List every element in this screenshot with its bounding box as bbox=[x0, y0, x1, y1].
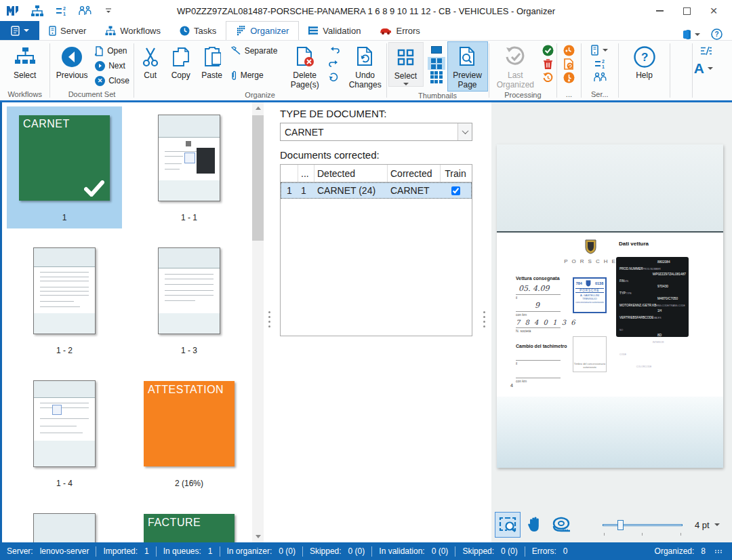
cut-button[interactable]: Cut bbox=[136, 42, 165, 81]
thumbnail-item[interactable]: CARNET 1 bbox=[7, 106, 122, 228]
preview-panel: PORSCHE Dati vettura PROD.NUMMERPROD.NUM… bbox=[491, 102, 732, 542]
slider-thumb[interactable] bbox=[617, 520, 624, 530]
ribbon-tab-strip: Server Workflows Tasks Organizer Validat… bbox=[0, 22, 732, 41]
table-row[interactable]: 1 1 CARNET (24) CARNET bbox=[281, 182, 472, 199]
copy-button[interactable]: Copy bbox=[165, 42, 197, 81]
server-icon-button[interactable] bbox=[586, 43, 613, 57]
maximize-button[interactable] bbox=[675, 2, 698, 20]
header-train[interactable]: Train bbox=[441, 165, 470, 182]
train-checkbox[interactable] bbox=[451, 186, 460, 195]
separate-button[interactable]: Separate bbox=[228, 43, 287, 58]
undo-changes-icon bbox=[356, 45, 375, 69]
scanned-page[interactable] bbox=[33, 247, 96, 334]
thumbnail-item[interactable]: 1 - 4 bbox=[7, 372, 122, 494]
scanned-page[interactable] bbox=[158, 247, 220, 334]
tab-organizer[interactable]: Organizer bbox=[226, 21, 299, 40]
document-card-attestation[interactable]: ATTESTATION bbox=[144, 381, 235, 466]
previous-button[interactable]: Previous bbox=[52, 42, 92, 81]
qat-customize-icon[interactable] bbox=[101, 3, 115, 18]
measure-tape-tool[interactable] bbox=[550, 513, 574, 537]
scroll-down-button[interactable] bbox=[252, 531, 264, 542]
last-organized-button[interactable]: Last Organized bbox=[490, 42, 540, 90]
sort-order-icon-button[interactable]: 21 bbox=[592, 57, 607, 71]
close-docset-button[interactable]: ✕ Close bbox=[92, 73, 132, 88]
file-menu-button[interactable] bbox=[0, 21, 39, 40]
thumb-size-large-button[interactable] bbox=[428, 43, 445, 56]
tab-validation[interactable]: Validation bbox=[299, 21, 370, 40]
undo-changes-button[interactable]: Undo Changes bbox=[346, 42, 385, 90]
import-clock-icon-button[interactable] bbox=[561, 43, 576, 57]
thumbnail-item[interactable] bbox=[7, 505, 122, 542]
export-clock-icon-button[interactable] bbox=[561, 71, 576, 84]
line-spacing-icon-button[interactable] bbox=[699, 46, 713, 56]
undo-icon-button[interactable] bbox=[327, 43, 342, 57]
rotate-icon-button[interactable] bbox=[327, 71, 342, 84]
select-thumbnails-label: Select bbox=[394, 72, 417, 81]
delete-pages-button[interactable]: Delete Page(s) bbox=[287, 42, 323, 90]
slider-track[interactable] bbox=[603, 524, 683, 526]
redo-icon-button[interactable] bbox=[327, 57, 342, 71]
next-button[interactable]: Next bbox=[92, 58, 132, 73]
approve-icon-button[interactable] bbox=[540, 43, 555, 57]
scanned-page[interactable] bbox=[158, 115, 220, 201]
zoom-select-tool[interactable] bbox=[495, 513, 520, 537]
font-size-dropdown[interactable]: 4 pt bbox=[695, 520, 720, 530]
scroll-up-button[interactable] bbox=[252, 102, 264, 114]
tab-server[interactable]: Server bbox=[39, 21, 96, 40]
scanned-page[interactable] bbox=[33, 513, 96, 542]
separate-label: Separate bbox=[245, 46, 278, 56]
cell-count: 1 bbox=[298, 182, 314, 199]
document-card-carnet[interactable]: CARNET bbox=[19, 115, 110, 201]
thumbnail-item[interactable]: FACTURE bbox=[131, 505, 247, 542]
zoom-slider[interactable] bbox=[603, 518, 683, 532]
thumbnail-item[interactable]: 1 - 3 bbox=[131, 239, 247, 361]
panel-splitter[interactable] bbox=[266, 306, 272, 333]
group-label-server: Ser... bbox=[582, 89, 617, 100]
help-button[interactable]: ? Help bbox=[624, 42, 666, 81]
status-imported: Imported:1 bbox=[96, 546, 155, 556]
minimize-button[interactable] bbox=[648, 2, 671, 20]
pan-hand-tool[interactable] bbox=[523, 513, 547, 537]
scrollbar-thumb[interactable] bbox=[252, 115, 264, 241]
header-detected[interactable]: Detected bbox=[314, 165, 388, 182]
document-card-facture[interactable]: FACTURE bbox=[144, 514, 235, 542]
scanned-page[interactable] bbox=[33, 380, 96, 467]
select-dropdown-button[interactable] bbox=[458, 123, 472, 140]
reprocess-page-icon-button[interactable] bbox=[561, 57, 576, 71]
tab-errors[interactable]: Errors bbox=[370, 21, 429, 40]
users-icon[interactable] bbox=[77, 3, 92, 18]
thumb-size-medium-button[interactable] bbox=[428, 57, 445, 70]
tab-tasks[interactable]: Tasks bbox=[170, 21, 226, 40]
thumb-size-small-button[interactable] bbox=[428, 71, 445, 83]
history-icon-button[interactable] bbox=[540, 71, 555, 84]
tab-validation-label: Validation bbox=[323, 26, 361, 36]
thumbnail-scrollbar[interactable] bbox=[252, 102, 264, 542]
resize-grip[interactable] bbox=[715, 550, 723, 553]
font-appearance-button[interactable]: A bbox=[694, 61, 713, 75]
paste-button[interactable]: Paste bbox=[197, 42, 228, 81]
header-corrected[interactable]: Corrected bbox=[388, 165, 441, 182]
theme-selector[interactable] bbox=[681, 29, 700, 40]
sort-order-icon[interactable]: 21 bbox=[54, 3, 68, 18]
panel-splitter[interactable] bbox=[481, 306, 487, 333]
select-thumbnails-button[interactable]: Select bbox=[388, 42, 424, 87]
preview-toolbar: 4 pt bbox=[491, 509, 732, 540]
preview-page-button[interactable]: Preview Page bbox=[448, 42, 487, 91]
help-icon-button[interactable]: ? bbox=[711, 28, 723, 40]
users-icon-button[interactable] bbox=[592, 71, 607, 84]
delete-trash-icon-button[interactable] bbox=[540, 57, 555, 71]
select-workflow-button[interactable]: Select bbox=[4, 42, 46, 81]
chevron-down-icon bbox=[462, 127, 468, 134]
tab-workflows[interactable]: Workflows bbox=[96, 21, 170, 40]
thumbnail-item[interactable]: ATTESTATION 2 (16%) bbox=[131, 372, 247, 494]
document-type-select[interactable]: CARNET bbox=[280, 123, 472, 141]
workflow-icon[interactable] bbox=[30, 3, 44, 18]
table-header-row: ... Detected Corrected Train bbox=[281, 165, 472, 182]
copy-label: Copy bbox=[171, 71, 190, 81]
thumbnail-item[interactable]: 1 - 2 bbox=[7, 239, 122, 361]
open-button[interactable]: Open bbox=[92, 43, 132, 58]
merge-button[interactable]: Merge bbox=[228, 68, 287, 83]
thumbnail-item[interactable]: 1 - 1 bbox=[131, 106, 247, 228]
close-button[interactable]: × bbox=[702, 2, 725, 20]
preview-document-page[interactable]: PORSCHE Dati vettura PROD.NUMMERPROD.NUM… bbox=[497, 144, 723, 468]
